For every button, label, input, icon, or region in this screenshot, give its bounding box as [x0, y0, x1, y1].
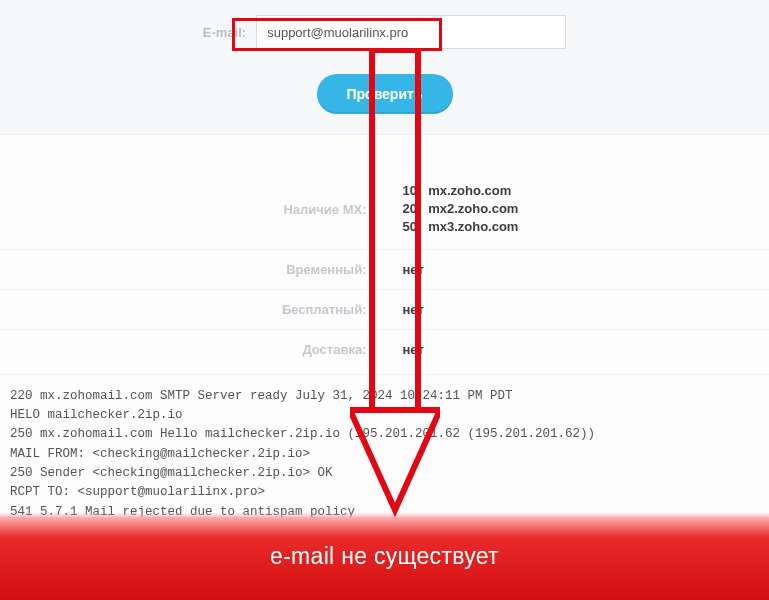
smtp-log: 220 mx.zohomail.com SMTP Server ready Ju… [0, 374, 769, 535]
result-row-free: Бесплатный: нет [0, 289, 769, 329]
email-input[interactable] [256, 15, 566, 49]
free-label: Бесплатный: [0, 302, 385, 317]
result-banner: e-mail не существует [0, 517, 769, 600]
results-area: Наличие MX: 10 mx.zoho.com 20 mx2.zoho.c… [0, 170, 769, 369]
mx-list: 10 mx.zoho.com 20 mx2.zoho.com 50 mx3.zo… [385, 182, 770, 237]
result-banner-text: e-mail не существует [270, 543, 499, 569]
mx-label: Наличие MX: [0, 202, 385, 217]
email-row: E-mail: [0, 15, 769, 49]
temporary-label: Временный: [0, 262, 385, 277]
form-area: E-mail: Проверить [0, 0, 769, 135]
free-value: нет [385, 302, 770, 317]
check-button[interactable]: Проверить [317, 74, 453, 114]
temporary-value: нет [385, 262, 770, 277]
result-row-mx: Наличие MX: 10 mx.zoho.com 20 mx2.zoho.c… [0, 170, 769, 249]
result-row-temporary: Временный: нет [0, 249, 769, 289]
delivery-value: нет [385, 342, 770, 357]
mx-entry: 10 mx.zoho.com [403, 182, 770, 200]
delivery-label: Доставка: [0, 342, 385, 357]
email-label: E-mail: [203, 25, 246, 40]
mx-entry: 20 mx2.zoho.com [403, 200, 770, 218]
mx-entry: 50 mx3.zoho.com [403, 218, 770, 236]
result-row-delivery: Доставка: нет [0, 329, 769, 369]
